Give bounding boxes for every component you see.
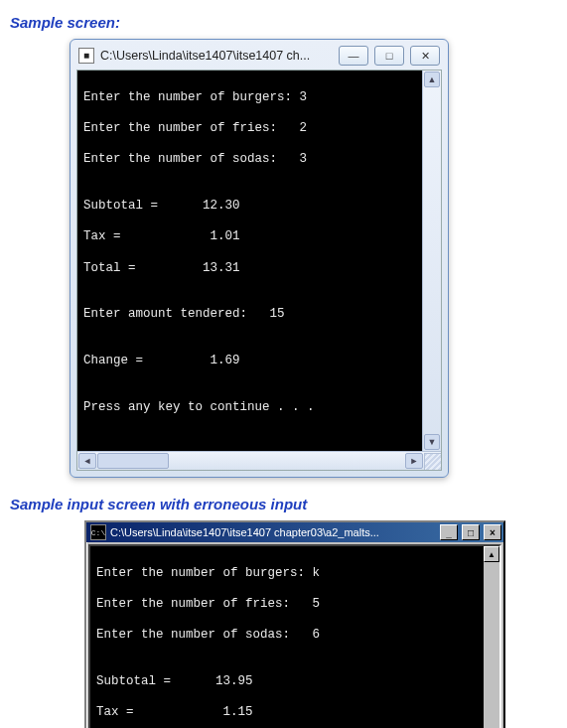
console-line: Press any key to continue . . .: [83, 400, 417, 416]
maximize-icon: □: [468, 527, 474, 538]
titlebar[interactable]: C:\ C:\Users\Linda\itse1407\itse1407 cha…: [86, 522, 503, 542]
scroll-up-icon[interactable]: ▲: [484, 546, 499, 562]
console-line: Enter amount tendered: 15: [83, 307, 417, 323]
console-line: Enter the number of fries: 5: [96, 597, 478, 613]
console-line: Enter the number of fries: 2: [83, 121, 417, 137]
close-button[interactable]: ✕: [410, 46, 440, 66]
console-window-1: ■ C:\Users\Linda\itse1407\itse1407 ch...…: [70, 39, 449, 478]
titlebar[interactable]: ■ C:\Users\Linda\itse1407\itse1407 ch...…: [71, 40, 448, 70]
maximize-button[interactable]: □: [374, 46, 404, 66]
cmd-icon: C:\: [90, 524, 106, 540]
console-line: Subtotal = 13.95: [96, 674, 478, 690]
scroll-track[interactable]: [423, 88, 441, 433]
console-line: Tax = 1.01: [83, 229, 417, 245]
minimize-button[interactable]: _: [440, 524, 458, 540]
console-line: Enter the number of sodas: 6: [96, 628, 478, 644]
console-line: Total = 13.31: [83, 261, 417, 277]
caption-erroneous-input: Sample input screen with erroneous input: [10, 496, 557, 512]
horizontal-scrollbar[interactable]: ◄ ►: [77, 451, 441, 470]
close-button[interactable]: ×: [484, 524, 501, 540]
close-icon: ✕: [421, 50, 430, 63]
minimize-icon: _: [446, 527, 452, 538]
resize-grip[interactable]: [424, 453, 441, 470]
maximize-icon: □: [386, 50, 393, 62]
console-output: Enter the number of burgers: k Enter the…: [90, 546, 484, 728]
console-line: Enter the number of burgers: 3: [83, 90, 417, 106]
console-line: Tax = 1.15: [96, 705, 478, 721]
caption-sample-screen: Sample screen:: [10, 14, 557, 31]
scroll-thumb[interactable]: [97, 453, 169, 469]
minimize-button[interactable]: —: [339, 46, 368, 66]
app-icon: ■: [78, 48, 94, 64]
client-area: Enter the number of burgers: 3 Enter the…: [76, 70, 442, 471]
console-line: Subtotal = 12.30: [83, 199, 417, 215]
console-line: Enter the number of burgers: k: [96, 566, 478, 582]
maximize-button[interactable]: □: [462, 524, 480, 540]
scroll-down-icon[interactable]: ▼: [424, 434, 440, 450]
console-line: Change = 1.69: [83, 354, 417, 369]
vertical-scrollbar[interactable]: ▲ ▼: [484, 546, 499, 728]
close-icon: ×: [490, 527, 496, 538]
scroll-left-icon[interactable]: ◄: [78, 453, 96, 469]
minimize-icon: —: [349, 50, 359, 62]
console-output: Enter the number of burgers: 3 Enter the…: [77, 71, 423, 451]
scroll-track[interactable]: [484, 562, 499, 728]
client-area: Enter the number of burgers: k Enter the…: [88, 544, 501, 728]
window-title: C:\Users\Linda\itse1407\itse1407 ch...: [100, 49, 333, 63]
window-title: C:\Users\Linda\itse1407\itse1407 chapter…: [110, 526, 436, 538]
scroll-right-icon[interactable]: ►: [405, 453, 423, 469]
console-window-2: C:\ C:\Users\Linda\itse1407\itse1407 cha…: [84, 520, 505, 728]
scroll-up-icon[interactable]: ▲: [424, 72, 440, 87]
vertical-scrollbar[interactable]: ▲ ▼: [422, 71, 441, 451]
console-line: Enter the number of sodas: 3: [83, 152, 417, 168]
